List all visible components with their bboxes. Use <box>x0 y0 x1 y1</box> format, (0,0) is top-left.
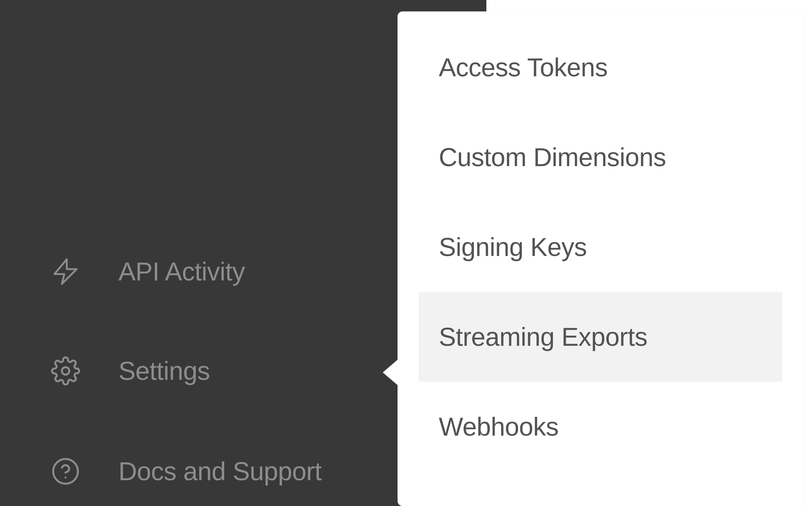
svg-point-1 <box>62 367 69 375</box>
gear-icon <box>51 356 80 386</box>
sidebar-item-label: Docs and Support <box>118 456 322 486</box>
submenu-item-signing-keys[interactable]: Signing Keys <box>419 202 783 292</box>
lightning-icon <box>51 257 80 286</box>
submenu-item-label: Access Tokens <box>439 53 607 82</box>
settings-submenu: Access Tokens Custom Dimensions Signing … <box>398 11 804 506</box>
submenu-item-streaming-exports[interactable]: Streaming Exports <box>419 292 783 382</box>
submenu-item-access-tokens[interactable]: Access Tokens <box>419 22 783 112</box>
submenu-item-label: Streaming Exports <box>439 322 647 352</box>
submenu-item-custom-dimensions[interactable]: Custom Dimensions <box>419 112 783 202</box>
sidebar-item-label: API Activity <box>118 257 245 286</box>
submenu-item-label: Custom Dimensions <box>439 143 666 172</box>
svg-point-2 <box>53 459 78 484</box>
submenu-item-webhooks[interactable]: Webhooks <box>419 382 783 472</box>
submenu-item-label: Signing Keys <box>439 232 587 262</box>
submenu-item-label: Webhooks <box>439 412 559 441</box>
sidebar-item-label: Settings <box>118 356 210 386</box>
submenu-pointer <box>383 360 398 385</box>
help-icon <box>51 456 80 486</box>
svg-marker-0 <box>55 259 77 284</box>
